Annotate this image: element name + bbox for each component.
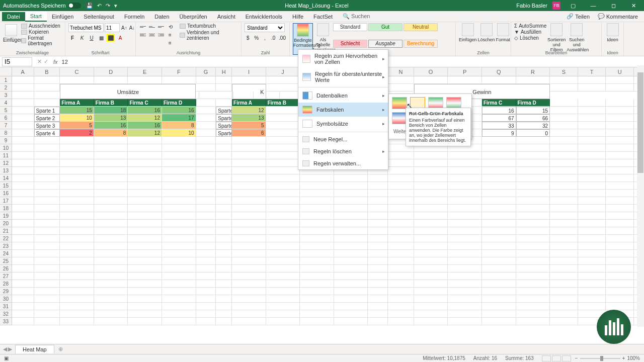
cell[interactable]	[12, 220, 34, 227]
cell[interactable]	[448, 250, 482, 257]
row-header[interactable]: 18	[0, 205, 12, 212]
cell[interactable]	[578, 265, 606, 273]
cell[interactable]	[578, 84, 606, 92]
cell[interactable]	[606, 159, 634, 167]
cell[interactable]	[60, 242, 94, 250]
row-header[interactable]: 5	[0, 107, 12, 114]
cell[interactable]	[578, 227, 606, 235]
cell[interactable]	[550, 220, 578, 227]
cell[interactable]	[414, 303, 448, 310]
cell[interactable]: Firma D	[516, 99, 550, 107]
cell[interactable]	[12, 84, 34, 92]
cell[interactable]	[482, 174, 516, 182]
col-header[interactable]: F	[162, 67, 196, 76]
view-pagebreak-icon[interactable]	[562, 355, 571, 361]
cell[interactable]: Sparte 3	[34, 122, 60, 129]
cell[interactable]	[300, 182, 334, 190]
cell[interactable]	[216, 144, 232, 152]
row-header[interactable]: 27	[0, 273, 12, 280]
cell[interactable]	[550, 99, 578, 107]
cell[interactable]	[128, 280, 162, 288]
row-header[interactable]: 9	[0, 137, 12, 144]
cell[interactable]	[60, 273, 94, 280]
cell[interactable]	[162, 159, 196, 167]
cell[interactable]	[162, 76, 196, 84]
cell[interactable]	[196, 167, 216, 174]
cell[interactable]	[12, 137, 34, 144]
cell[interactable]	[388, 159, 414, 167]
cell[interactable]	[60, 205, 94, 212]
cell[interactable]	[414, 257, 448, 265]
cell[interactable]	[368, 197, 388, 205]
cell[interactable]	[12, 265, 34, 273]
cell[interactable]	[60, 280, 94, 288]
cell[interactable]	[516, 310, 550, 318]
cell[interactable]	[388, 295, 414, 303]
cell[interactable]	[94, 280, 128, 288]
cell[interactable]	[94, 197, 128, 205]
row-header[interactable]: 16	[0, 190, 12, 197]
cell[interactable]	[12, 122, 34, 129]
cell[interactable]	[388, 303, 414, 310]
cell[interactable]	[516, 76, 550, 84]
cell[interactable]	[334, 197, 368, 205]
cell[interactable]	[196, 107, 216, 114]
cell[interactable]	[414, 159, 448, 167]
cell[interactable]	[128, 152, 162, 159]
row-header[interactable]: 30	[0, 295, 12, 303]
cell[interactable]	[578, 197, 606, 205]
cell[interactable]: 5	[232, 122, 266, 129]
style-berechnung[interactable]: Berechnung	[404, 40, 438, 48]
cell[interactable]	[414, 295, 448, 303]
cell[interactable]	[482, 205, 516, 212]
cell[interactable]	[448, 295, 482, 303]
cell[interactable]	[94, 205, 128, 212]
row-header[interactable]: 4	[0, 99, 12, 107]
cell[interactable]	[12, 242, 34, 250]
cell[interactable]	[232, 212, 266, 220]
cell[interactable]	[128, 167, 162, 174]
cell[interactable]	[216, 227, 232, 235]
cell[interactable]	[266, 205, 300, 212]
cell[interactable]	[448, 76, 482, 84]
cell[interactable]	[162, 310, 196, 318]
cell[interactable]	[578, 257, 606, 265]
cell[interactable]: Firma A	[60, 99, 94, 107]
cell[interactable]	[300, 280, 334, 288]
cell[interactable]	[12, 212, 34, 220]
cell[interactable]	[368, 220, 388, 227]
cell[interactable]	[266, 235, 300, 242]
cell[interactable]	[516, 265, 550, 273]
cell[interactable]	[196, 99, 216, 107]
cell[interactable]	[94, 250, 128, 257]
cell[interactable]	[482, 137, 516, 144]
cell[interactable]	[34, 303, 60, 310]
cell[interactable]	[448, 197, 482, 205]
cell[interactable]: 18	[94, 107, 128, 114]
cell[interactable]	[94, 227, 128, 235]
col-header[interactable]: T	[578, 67, 606, 76]
cell[interactable]	[578, 205, 606, 212]
cell[interactable]: 10	[162, 129, 196, 137]
cancel-formula-icon[interactable]: ✕	[37, 58, 42, 65]
cell[interactable]	[606, 190, 634, 197]
cell[interactable]	[216, 212, 232, 220]
cell[interactable]	[128, 212, 162, 220]
sheet-nav-prev[interactable]: ◀	[3, 346, 7, 352]
cell[interactable]	[266, 137, 300, 144]
italic-button[interactable]: K	[78, 34, 86, 42]
cell[interactable]	[482, 303, 516, 310]
fill-button[interactable]: ▼Ausfüllen	[514, 29, 546, 35]
row-header[interactable]: 12	[0, 159, 12, 167]
cell[interactable]	[578, 137, 606, 144]
add-sheet-button[interactable]: ⊕	[54, 345, 67, 353]
sheet-nav-next[interactable]: ▶	[8, 346, 12, 352]
cell[interactable]	[550, 190, 578, 197]
fill-color-button[interactable]: ⬛	[107, 34, 115, 42]
cf-highlight-rules[interactable]: Regeln zum Hervorheben von Zellen▸	[298, 50, 388, 68]
cell[interactable]	[516, 303, 550, 310]
cell[interactable]: 12	[232, 107, 266, 114]
cell[interactable]	[606, 250, 634, 257]
cell[interactable]	[34, 220, 60, 227]
cell[interactable]	[300, 242, 334, 250]
